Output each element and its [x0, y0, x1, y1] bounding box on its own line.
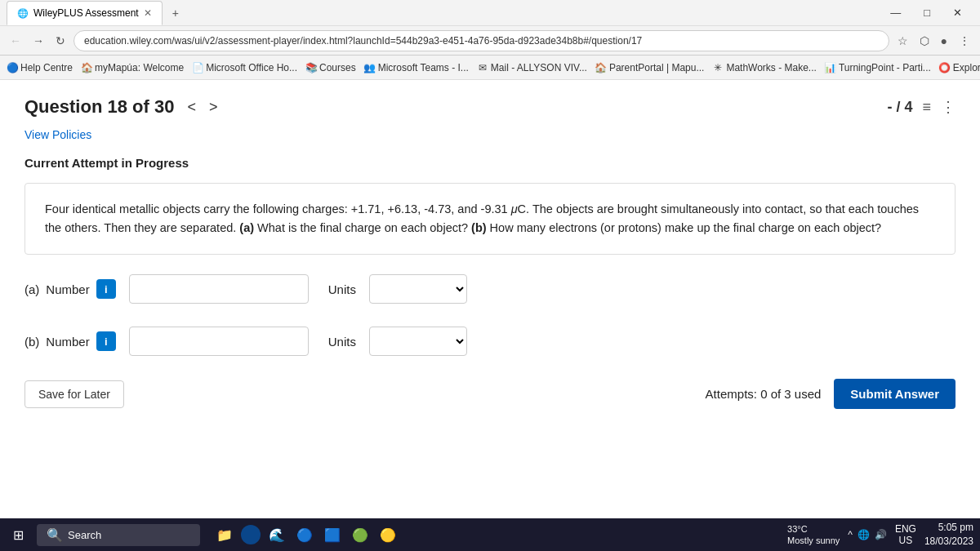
start-button[interactable]: ⊞ [7, 524, 30, 546]
new-tab-button[interactable]: + [166, 3, 185, 23]
bookmark-icon-8: 📊 [825, 62, 836, 73]
part-a-label: (a) Number i [24, 279, 116, 299]
units-select-b[interactable]: electrons protons [369, 327, 467, 356]
footer-right: Attempts: 0 of 3 used Submit Answer [706, 379, 956, 409]
answer-row-a: (a) Number i Units μC nC C [24, 274, 956, 304]
taskbar-app3-icon[interactable]: 🟦 [321, 523, 344, 546]
taskbar-app2-icon[interactable]: 🔵 [293, 523, 316, 546]
taskbar-app5-icon[interactable]: 🟡 [376, 523, 399, 546]
weather-desc: Mostly sunny [787, 535, 840, 546]
language-text: ENG [895, 523, 916, 535]
more-options-dots-icon[interactable]: ⋮ [941, 98, 956, 116]
bookmark-label-8: TurningPoint - Parti... [839, 62, 931, 73]
bookmark-parentportal[interactable]: 🏠 ParentPortal | Mapu... [595, 62, 705, 73]
taskbar-edge-icon[interactable] [241, 525, 261, 544]
close-button[interactable]: ✕ [942, 0, 973, 26]
bookmark-courses[interactable]: 📚 Courses [305, 62, 356, 73]
chevron-up-icon[interactable]: ^ [848, 529, 853, 540]
view-policies-link[interactable]: View Policies [24, 128, 91, 141]
bookmark-teams[interactable]: 👥 Microsoft Teams - I... [364, 62, 469, 73]
active-tab[interactable]: 🌐 WileyPLUS Assessment ✕ [7, 1, 163, 25]
volume-icon[interactable]: 🔊 [875, 529, 887, 540]
prev-question-button[interactable]: < [187, 99, 196, 116]
tab-label: WileyPLUS Assessment [33, 7, 139, 19]
info-button-b[interactable]: i [96, 331, 116, 351]
bookmark-icon-9: ⭕ [939, 62, 951, 73]
profile-icon[interactable]: ● [938, 33, 951, 49]
question-header: Question 18 of 30 < > - / 4 ≡ ⋮ [24, 96, 956, 118]
taskbar-app1-icon[interactable]: 🌊 [265, 523, 288, 546]
reload-button[interactable]: ↻ [52, 31, 69, 51]
back-button[interactable]: ← [7, 31, 24, 51]
question-nav: Question 18 of 30 < > [24, 96, 217, 118]
part-a-sublabel: Number [46, 282, 89, 296]
more-options-icon[interactable]: ⋮ [956, 33, 973, 49]
network-icon[interactable]: 🌐 [858, 529, 870, 540]
save-later-button[interactable]: Save for Later [24, 380, 124, 408]
forward-button[interactable]: → [29, 31, 47, 51]
window-controls: — □ ✕ [879, 0, 973, 26]
tab-favicon: 🌐 [17, 8, 29, 19]
taskbar-search-bar[interactable]: 🔍 Search [37, 524, 200, 546]
taskbar-file-icon[interactable]: 📁 [213, 523, 236, 546]
list-icon[interactable]: ≡ [922, 99, 931, 116]
tab-close-icon[interactable]: ✕ [144, 7, 152, 19]
bookmark-label-2: Microsoft Office Ho... [206, 62, 297, 73]
bookmark-label-7: MathWorks - Make... [726, 62, 816, 73]
bookmarks-bar: 🔵 Help Centre 🏠 myMapúa: Welcome 📄 Micro… [0, 56, 980, 80]
bookmark-icon-3: 📚 [305, 62, 317, 73]
address-bar: ← → ↻ ☆ ⬡ ● ⋮ [0, 26, 980, 56]
units-label-b: Units [328, 335, 356, 349]
number-input-b[interactable] [129, 327, 309, 356]
clock-display[interactable]: 5:05 pm 18/03/2023 [924, 521, 973, 549]
time-display: 5:05 pm [924, 521, 973, 535]
maximize-button[interactable]: □ [912, 0, 942, 26]
address-input[interactable] [74, 30, 889, 51]
bookmark-label-9: Explore GitHub [953, 62, 980, 73]
language-region: ENG US [895, 523, 916, 546]
footer-row: Save for Later Attempts: 0 of 3 used Sub… [24, 379, 956, 409]
extensions-icon[interactable]: ⬡ [916, 33, 933, 49]
bookmark-label-4: Microsoft Teams - I... [378, 62, 469, 73]
submit-answer-button[interactable]: Submit Answer [834, 379, 956, 409]
taskbar: ⊞ 🔍 Search 📁 🌊 🔵 🟦 🟢 🟡 33°C Mostly sunny… [0, 518, 980, 551]
bookmark-icon-0: 🔵 [7, 62, 18, 73]
part-a-text: (a) [24, 282, 39, 296]
bookmark-mail[interactable]: ✉ Mail - ALLYSON VIV... [477, 62, 587, 73]
bookmark-label-5: Mail - ALLYSON VIV... [491, 62, 587, 73]
bookmark-msoffice[interactable]: 📄 Microsoft Office Ho... [192, 62, 297, 73]
units-label-a: Units [328, 282, 356, 296]
next-question-button[interactable]: > [209, 99, 218, 116]
bookmark-icon-2: 📄 [192, 62, 203, 73]
bookmark-mathworks[interactable]: ✳ MathWorks - Make... [712, 62, 816, 73]
date-display: 18/03/2023 [924, 535, 973, 549]
bookmark-icon-7: ✳ [712, 62, 724, 73]
bookmark-turningpoint[interactable]: 📊 TurningPoint - Parti... [825, 62, 931, 73]
bookmark-mymapua[interactable]: 🏠 myMapúa: Welcome [81, 62, 184, 73]
bookmark-label-6: ParentPortal | Mapu... [609, 62, 705, 73]
taskbar-search-text: Search [68, 529, 101, 541]
bookmark-label-1: myMapúa: Welcome [95, 62, 184, 73]
weather-display: 33°C Mostly sunny [787, 523, 840, 547]
question-title: Question 18 of 30 [24, 96, 174, 118]
region-text: US [895, 535, 916, 546]
bookmark-icon-4: 👥 [364, 62, 376, 73]
bookmark-label-3: Courses [319, 62, 356, 73]
bookmark-star-icon[interactable]: ☆ [894, 33, 911, 49]
info-button-a[interactable]: i [96, 279, 116, 299]
system-tray-icons: ^ 🌐 🔊 [848, 529, 887, 540]
score-value: - / 4 [887, 99, 912, 116]
taskbar-app4-icon[interactable]: 🟢 [349, 523, 372, 546]
part-b-sublabel: Number [46, 335, 89, 349]
bookmark-github[interactable]: ⭕ Explore GitHub [939, 62, 980, 73]
bookmark-icon-6: 🏠 [595, 62, 607, 73]
question-score-area: - / 4 ≡ ⋮ [887, 98, 956, 116]
attempt-label: Current Attempt in Progress [24, 156, 956, 170]
minimize-button[interactable]: — [879, 0, 912, 26]
question-text: Four identical metallic objects carry th… [45, 202, 919, 234]
bookmark-icon-5: ✉ [477, 62, 488, 73]
number-input-a[interactable] [129, 274, 309, 304]
bookmark-help-centre[interactable]: 🔵 Help Centre [7, 62, 73, 73]
units-select-a[interactable]: μC nC C [369, 274, 467, 304]
answer-row-b: (b) Number i Units electrons protons [24, 327, 956, 356]
